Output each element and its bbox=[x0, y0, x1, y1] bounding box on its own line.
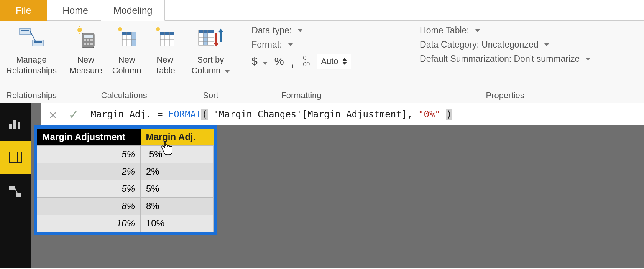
data-type-label: Data type: bbox=[251, 25, 292, 36]
group-properties: Home Table: Data Category: Uncategorized… bbox=[366, 21, 644, 103]
cell[interactable]: -5% bbox=[37, 146, 141, 163]
formula-bar[interactable]: ✕ ✓ Margin Adj. = FORMAT( 'Margin Change… bbox=[41, 103, 644, 125]
manage-relationships-button[interactable]: Manage Relationships bbox=[5, 23, 58, 76]
column-header-margin-adj[interactable]: Margin Adj. bbox=[141, 129, 214, 146]
svg-rect-41 bbox=[13, 120, 16, 129]
new-measure-button[interactable]: New Measure bbox=[68, 23, 104, 76]
format-label: Format: bbox=[251, 40, 282, 50]
group-sort: Sort by Column Sort bbox=[185, 21, 236, 103]
commit-formula-button[interactable]: ✓ bbox=[68, 107, 79, 122]
decimal-places-input[interactable]: Auto bbox=[317, 54, 351, 69]
chevron-down-icon bbox=[263, 62, 268, 65]
new-table-button[interactable]: New Table bbox=[150, 23, 180, 76]
group-label-relationships: Relationships bbox=[6, 90, 57, 102]
currency-button[interactable]: $ bbox=[251, 55, 267, 68]
group-label-sort: Sort bbox=[203, 90, 218, 102]
spinner-up-icon[interactable] bbox=[342, 58, 347, 61]
bar-chart-icon bbox=[8, 115, 23, 130]
group-relationships: Manage Relationships Relationships bbox=[0, 21, 63, 103]
cell[interactable]: 5% bbox=[37, 180, 141, 198]
spinner-down-icon[interactable] bbox=[342, 62, 347, 65]
cell[interactable]: 2% bbox=[37, 163, 141, 180]
cell[interactable]: 10% bbox=[37, 215, 141, 232]
svg-rect-48 bbox=[9, 186, 15, 190]
svg-rect-3 bbox=[34, 41, 42, 43]
svg-rect-43 bbox=[9, 152, 21, 163]
data-type-dropdown[interactable]: Data type: bbox=[251, 25, 351, 36]
column-header-margin-adjustment[interactable]: Margin Adjustment bbox=[37, 129, 141, 146]
chevron-down-icon bbox=[298, 29, 302, 32]
report-view-button[interactable] bbox=[0, 106, 31, 139]
svg-point-26 bbox=[156, 27, 160, 31]
svg-rect-14 bbox=[90, 39, 93, 41]
new-column-button[interactable]: New Column bbox=[111, 23, 143, 76]
tab-file[interactable]: File bbox=[0, 0, 47, 21]
ribbon-body: Manage Relationships Relationships bbox=[0, 20, 644, 103]
table-row[interactable]: 2%2% bbox=[37, 163, 214, 180]
data-view-button[interactable] bbox=[0, 141, 31, 174]
home-table-dropdown[interactable]: Home Table: bbox=[420, 25, 590, 36]
data-preview-highlight: Margin Adjustment Margin Adj. -5%-5% 2%2… bbox=[34, 125, 217, 235]
svg-rect-35 bbox=[203, 33, 208, 45]
table-row[interactable]: 5%5% bbox=[37, 180, 214, 198]
svg-point-18 bbox=[118, 27, 122, 31]
thousands-separator-button[interactable]: , bbox=[291, 54, 294, 69]
group-calculations: New Measure New Column bbox=[63, 21, 185, 103]
view-switcher bbox=[0, 103, 31, 268]
svg-rect-49 bbox=[16, 193, 21, 197]
group-formatting: Data type: Format: $ % , .0.00 Auto bbox=[236, 21, 366, 103]
group-label-properties: Properties bbox=[486, 90, 524, 102]
workspace: ✕ ✓ Margin Adj. = FORMAT( 'Margin Change… bbox=[0, 103, 644, 268]
decimal-places-value: Auto bbox=[321, 56, 338, 66]
cell[interactable]: -5% bbox=[141, 146, 214, 163]
default-summarization-label: Default Summarization: Don't summarize bbox=[420, 54, 580, 64]
svg-rect-16 bbox=[87, 43, 89, 45]
table-row[interactable]: 8%8% bbox=[37, 198, 214, 215]
table-icon bbox=[8, 150, 23, 165]
chevron-down-icon bbox=[586, 58, 590, 61]
format-dropdown[interactable]: Format: bbox=[251, 40, 351, 50]
svg-rect-2 bbox=[33, 40, 43, 46]
new-column-label: New Column bbox=[112, 54, 141, 76]
table-row[interactable]: -5%-5% bbox=[37, 146, 214, 163]
canvas: ✕ ✓ Margin Adj. = FORMAT( 'Margin Change… bbox=[31, 103, 644, 268]
cell[interactable]: 8% bbox=[141, 198, 214, 215]
cell[interactable]: 10% bbox=[141, 215, 214, 232]
sort-by-column-button[interactable]: Sort by Column bbox=[190, 23, 231, 76]
svg-rect-17 bbox=[90, 43, 93, 45]
svg-rect-40 bbox=[9, 124, 12, 129]
table-row[interactable]: 10%10% bbox=[37, 215, 214, 232]
svg-rect-11 bbox=[84, 35, 93, 38]
new-measure-icon bbox=[72, 24, 100, 51]
new-table-icon bbox=[151, 24, 179, 51]
new-column-icon bbox=[113, 24, 141, 51]
cell[interactable]: 2% bbox=[141, 163, 214, 180]
svg-rect-0 bbox=[20, 28, 30, 35]
cancel-formula-button[interactable]: ✕ bbox=[49, 107, 57, 122]
sort-by-column-label: Sort by Column bbox=[191, 54, 230, 76]
default-summarization-dropdown[interactable]: Default Summarization: Don't summarize bbox=[420, 54, 590, 64]
data-table[interactable]: Margin Adjustment Margin Adj. -5%-5% 2%2… bbox=[37, 129, 214, 232]
cell[interactable]: 8% bbox=[37, 198, 141, 215]
group-label-calculations: Calculations bbox=[101, 90, 147, 102]
svg-rect-28 bbox=[160, 32, 174, 35]
tab-home[interactable]: Home bbox=[50, 0, 101, 21]
svg-rect-13 bbox=[87, 39, 89, 41]
svg-rect-34 bbox=[199, 30, 214, 33]
manage-relationships-label: Manage Relationships bbox=[6, 54, 57, 76]
percent-button[interactable]: % bbox=[274, 55, 284, 68]
chevron-down-icon bbox=[544, 43, 549, 46]
tab-modeling[interactable]: Modeling bbox=[101, 0, 165, 21]
sort-icon bbox=[197, 24, 224, 51]
cell[interactable]: 5% bbox=[141, 180, 214, 198]
data-category-dropdown[interactable]: Data Category: Uncategorized bbox=[420, 40, 590, 50]
new-measure-label: New Measure bbox=[69, 54, 102, 76]
svg-rect-12 bbox=[84, 39, 86, 41]
formula-text[interactable]: Margin Adj. = FORMAT( 'Margin Changes'[M… bbox=[90, 109, 452, 120]
model-view-button[interactable] bbox=[0, 175, 31, 208]
data-category-label: Data Category: Uncategorized bbox=[420, 40, 538, 50]
new-table-label: New Table bbox=[155, 54, 175, 76]
chevron-down-icon bbox=[288, 43, 293, 46]
home-table-label: Home Table: bbox=[420, 25, 469, 36]
group-label-formatting: Formatting bbox=[281, 90, 321, 102]
